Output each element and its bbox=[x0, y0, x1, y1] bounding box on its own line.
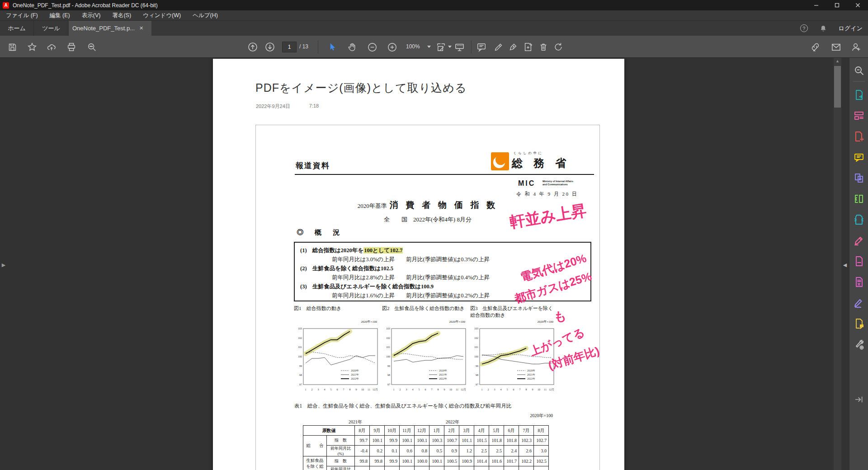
save-icon[interactable] bbox=[6, 41, 18, 53]
year-group-2022: 2022年 bbox=[446, 419, 459, 425]
month-header: 1月 bbox=[429, 426, 444, 436]
table-value: 2.5 bbox=[474, 446, 489, 456]
refresh-icon[interactable] bbox=[552, 41, 564, 53]
svg-text:2021年: 2021年 bbox=[527, 373, 535, 376]
maximize-button[interactable] bbox=[826, 0, 847, 10]
header-rule bbox=[295, 174, 594, 175]
figure-base-note: 2020年=100 bbox=[382, 320, 468, 324]
sidebar-expand-panel-icon[interactable] bbox=[849, 390, 868, 409]
figure-caption: 図2 生鮮食品を除く総合指数の動き bbox=[382, 305, 468, 320]
svg-text:101: 101 bbox=[386, 346, 390, 348]
svg-text:6: 6 bbox=[513, 388, 514, 391]
svg-text:97: 97 bbox=[299, 383, 302, 386]
next-page-icon[interactable] bbox=[264, 41, 276, 53]
svg-text:7: 7 bbox=[431, 388, 433, 391]
fit-width-icon[interactable] bbox=[435, 41, 447, 53]
display-settings-icon[interactable] bbox=[453, 41, 465, 53]
stamp-icon[interactable] bbox=[522, 41, 534, 53]
sidebar-tool-compress-pdf-icon[interactable] bbox=[849, 211, 868, 229]
month-header: 11月 bbox=[400, 426, 415, 436]
sidebar-tool-edit-pdf-icon[interactable] bbox=[849, 107, 868, 125]
table-row: 総 合指 数99.7100.199.9100.1100.1100.3100.71… bbox=[303, 436, 549, 446]
zoom-caret-icon[interactable] bbox=[427, 46, 431, 48]
menu-item-2[interactable]: 表示(V) bbox=[76, 10, 107, 21]
table-value: 100.1 bbox=[429, 456, 444, 466]
sidebar-tool-fill-sign-icon[interactable] bbox=[849, 294, 868, 312]
sidebar-tool-export-pdf-icon[interactable] bbox=[849, 86, 868, 104]
document-viewport: PDFをイメージ(画像)として取り込める 2022年9月24日 7:18 報道資… bbox=[0, 58, 849, 470]
svg-text:10: 10 bbox=[361, 388, 364, 391]
hand-tool-icon[interactable] bbox=[346, 41, 358, 53]
star-icon[interactable] bbox=[26, 41, 38, 53]
month-header: 8月 bbox=[534, 426, 549, 436]
select-tool-icon[interactable] bbox=[326, 41, 338, 53]
menu-item-4[interactable]: ウィンドウ(W) bbox=[137, 10, 187, 21]
acrobat-app-icon: A bbox=[3, 2, 9, 9]
svg-text:103: 103 bbox=[386, 327, 390, 330]
sidebar-divider bbox=[853, 81, 865, 82]
sidebar-tool-combine-files-icon[interactable] bbox=[849, 169, 868, 187]
sidebar-tool-protect-icon[interactable] bbox=[849, 252, 868, 270]
left-pane-toggle[interactable]: ▶ bbox=[0, 257, 7, 273]
vertical-scrollbar[interactable]: ▲ bbox=[834, 58, 841, 470]
sidebar-tool-organize-pages-icon[interactable] bbox=[849, 190, 868, 208]
fit-caret-icon[interactable] bbox=[448, 46, 452, 48]
scroll-up-icon[interactable]: ▲ bbox=[834, 59, 841, 63]
comment-icon[interactable] bbox=[476, 41, 487, 53]
table-value: 102.3 bbox=[519, 436, 534, 446]
sidebar-tool-search-icon[interactable] bbox=[849, 61, 868, 80]
find-icon[interactable] bbox=[86, 41, 98, 53]
email-icon[interactable] bbox=[830, 41, 842, 53]
cloud-upload-icon[interactable] bbox=[46, 41, 57, 53]
tools-pane-collapse[interactable]: ◀ bbox=[841, 258, 849, 271]
tab-close-icon[interactable]: ✕ bbox=[139, 25, 143, 31]
press-release-label: 報道資料 bbox=[296, 160, 330, 171]
mic-subtitle: Ministry of Internal Affairs and Communi… bbox=[542, 180, 573, 186]
table-value: 0.8 bbox=[459, 466, 474, 470]
scrollbar-thumb[interactable] bbox=[834, 66, 841, 108]
table-value: 2.2 bbox=[504, 466, 519, 470]
sidebar-tool-prepare-form-icon[interactable] bbox=[849, 273, 868, 291]
table-value: 102.5 bbox=[534, 456, 549, 466]
table-value: 0.8 bbox=[415, 446, 429, 456]
sidebar-tool-more-tools-icon[interactable] bbox=[849, 335, 868, 353]
notifications-bell-icon[interactable] bbox=[820, 25, 827, 32]
sidebar-tool-redact-icon[interactable] bbox=[849, 231, 868, 249]
minimize-button[interactable] bbox=[806, 0, 826, 10]
agency-name: 総 務 省 bbox=[512, 156, 570, 170]
document-tab-label: OneNote_PDF_Test.p... bbox=[72, 25, 135, 32]
highlighter-icon[interactable] bbox=[493, 41, 505, 53]
sidebar-tool-create-pdf-icon[interactable] bbox=[849, 127, 868, 146]
svg-text:9: 9 bbox=[444, 388, 445, 391]
svg-text:6: 6 bbox=[337, 388, 338, 391]
zoom-in-icon[interactable] bbox=[386, 41, 398, 53]
menu-item-1[interactable]: 編集 (E) bbox=[44, 10, 76, 21]
login-button[interactable]: ログイン bbox=[839, 24, 863, 33]
zoom-out-icon[interactable] bbox=[366, 41, 378, 53]
menu-item-3[interactable]: 署名(S) bbox=[106, 10, 137, 21]
menu-item-5[interactable]: ヘルプ(H) bbox=[187, 10, 224, 21]
svg-text:98: 98 bbox=[299, 374, 302, 376]
fill-sign-pen-icon[interactable] bbox=[507, 41, 519, 53]
tab-home[interactable]: ホーム bbox=[0, 21, 34, 36]
svg-text:3: 3 bbox=[318, 388, 319, 391]
zoom-level-dropdown[interactable]: 100% bbox=[406, 43, 420, 50]
share-link-icon[interactable] bbox=[809, 41, 821, 53]
add-account-icon[interactable] bbox=[850, 41, 862, 53]
delete-icon[interactable] bbox=[538, 41, 549, 53]
sidebar-tool-send-comments-icon[interactable] bbox=[849, 315, 868, 333]
table-row: 前年同月比(%)0.00.10.10.50.50.20.60.82.12.12.… bbox=[303, 466, 549, 470]
tab-tools[interactable]: ツール bbox=[34, 21, 68, 36]
help-icon[interactable]: ? bbox=[800, 24, 808, 32]
page-number-input[interactable]: 1 bbox=[282, 42, 297, 52]
tab-document[interactable]: OneNote_PDF_Test.p... ✕ bbox=[69, 21, 151, 36]
table-value: 2.8 bbox=[534, 466, 549, 470]
menu-item-0[interactable]: ファイル (F) bbox=[0, 10, 44, 21]
svg-text:98: 98 bbox=[387, 374, 390, 376]
print-icon[interactable] bbox=[66, 41, 77, 53]
year-group-2021: 2021年 bbox=[349, 419, 362, 425]
close-button[interactable] bbox=[847, 0, 868, 10]
sidebar-tool-comment-icon[interactable] bbox=[849, 148, 868, 166]
table-value: 101.4 bbox=[474, 456, 489, 466]
previous-page-icon[interactable] bbox=[247, 41, 259, 53]
